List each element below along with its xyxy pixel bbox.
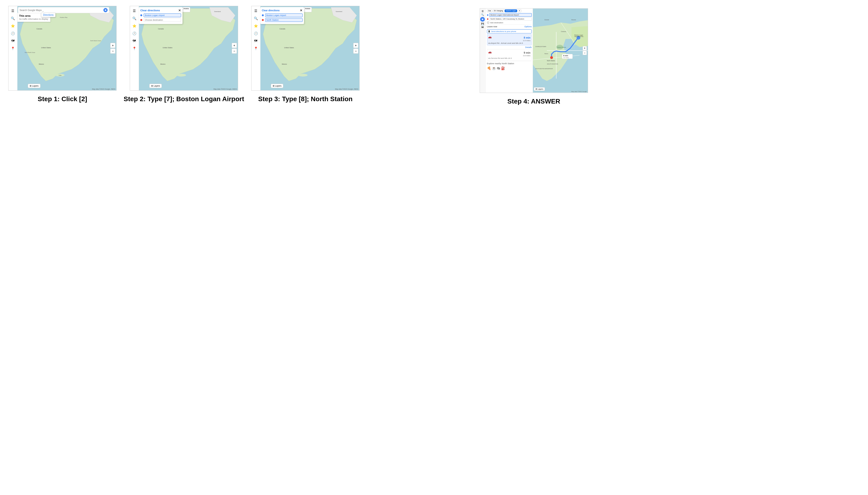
step4-active-icon xyxy=(480,17,485,22)
step1-attribution: Map data ©2023 Google, INEGI xyxy=(92,88,115,90)
route2-dist: 3.8 miles xyxy=(523,55,530,57)
step4-sidebar: ☰ 🔍 💾 🗺 Gas EV charging xyxy=(480,8,533,93)
from-field[interactable] xyxy=(144,13,181,17)
step1-map-panel: ☰ 🔍 ⭐ 🕐 🗺 📍 Canada United St xyxy=(8,6,117,90)
leave-now-btn[interactable]: Leave now xyxy=(487,25,497,28)
step4-from-row: Boston Logan International Airport xyxy=(487,13,532,17)
step1-layers-area: ⊞ Layers xyxy=(28,84,40,88)
step1-search-bar[interactable] xyxy=(18,7,109,13)
add-destination-row[interactable]: + Add destination xyxy=(487,21,532,24)
options-btn[interactable]: Options xyxy=(524,25,532,28)
step2-from-input xyxy=(140,13,181,17)
route1-option[interactable]: 🚗 8 min 3.9 miles via Airport Rd - Arriv… xyxy=(487,34,532,46)
step2-layers-btn[interactable]: ⊞ Layers xyxy=(149,84,162,88)
send-to-phone-btn[interactable]: 📱 Send directions to your phone xyxy=(487,30,532,33)
step2-to-input xyxy=(140,18,181,22)
starred-icon[interactable]: ⭐ xyxy=(10,22,16,29)
svg-point-21 xyxy=(298,74,308,76)
nearby-coffee-icon[interactable]: ☕ xyxy=(492,66,496,70)
empty-column xyxy=(365,5,474,109)
svg-text:International Airp...: International Airp... xyxy=(574,36,584,37)
step3-hotels-btn[interactable]: Hotels xyxy=(304,7,312,12)
step1-search-input[interactable] xyxy=(19,9,102,12)
step4-zoom-out[interactable]: − xyxy=(583,51,587,55)
step2-pin-icon[interactable]: 📍 xyxy=(131,45,137,52)
svg-text:Everett: Everett xyxy=(544,19,549,20)
step3-layers-btn[interactable]: ⊞ Layers xyxy=(271,84,283,88)
step4-column: ☰ 🔍 💾 🗺 Gas EV charging xyxy=(478,7,589,109)
zoom-out-btn[interactable]: − xyxy=(110,49,115,54)
nearby-gas-icon[interactable]: ⛽ xyxy=(501,66,505,70)
step3-label: Step 3: Type [8]; North Station xyxy=(257,92,354,106)
step4-map-controls: + − xyxy=(583,46,587,55)
step2-hotels-btn[interactable]: Hotels xyxy=(182,7,190,12)
send-to-phone-label: Send directions to your phone xyxy=(491,30,516,32)
step4-search-icon[interactable]: 🔍 xyxy=(481,13,484,16)
directions-popup[interactable]: Directions xyxy=(41,13,55,17)
step4-zoom-in[interactable]: + xyxy=(583,46,587,50)
zoom-in-btn[interactable]: + xyxy=(110,43,115,48)
route2-time-area: 9 min 3.8 miles xyxy=(523,50,530,57)
close-directions-icon[interactable]: ✕ xyxy=(178,8,181,12)
step4-submit-btn[interactable]: Submit Logan xyxy=(505,10,517,12)
step2-dir-header: Clear directions ✕ xyxy=(140,8,181,12)
to-field[interactable] xyxy=(144,18,181,22)
step3-clear-btn[interactable]: Clear directions xyxy=(262,9,280,12)
menu-icon[interactable]: ☰ xyxy=(10,7,16,14)
map-icon[interactable]: 🗺 xyxy=(10,38,16,44)
step3-close-icon[interactable]: ✕ xyxy=(300,8,302,12)
step3-search-icon[interactable]: 🔍 xyxy=(252,15,259,22)
step1-directions-btn[interactable] xyxy=(103,8,108,12)
step4-to-dot xyxy=(487,18,488,20)
step3-zoom-in[interactable]: + xyxy=(353,43,358,48)
step4-attribution: Map data ©2023 Google xyxy=(571,91,587,92)
step2-recent-icon[interactable]: 🕐 xyxy=(131,30,137,37)
route2-car-icon: 🚗 xyxy=(488,50,492,54)
details-btn[interactable]: Details xyxy=(525,46,532,49)
step4-gas-btn[interactable]: Gas xyxy=(487,10,492,12)
step2-star-icon[interactable]: ⭐ xyxy=(131,22,137,29)
svg-text:United States: United States xyxy=(163,47,173,49)
step4-ev-btn[interactable]: EV charging xyxy=(493,10,504,12)
svg-text:CHARLESTOWN: CHARLESTOWN xyxy=(535,46,546,47)
step4-icons: ☰ 🔍 💾 🗺 xyxy=(480,8,486,93)
svg-text:United States: United States xyxy=(41,47,51,49)
step3-from-field[interactable] xyxy=(265,13,302,17)
directions-popup-label: Directions xyxy=(43,14,53,16)
location-icon[interactable]: 📍 xyxy=(10,45,16,52)
step2-zoom-out[interactable]: − xyxy=(232,49,237,54)
step3-zoom-out[interactable]: − xyxy=(353,49,358,54)
step3-dir-header: Clear directions ✕ xyxy=(262,8,302,12)
step3-to-field[interactable] xyxy=(265,18,302,22)
step3-star-icon[interactable]: ⭐ xyxy=(252,22,259,29)
step3-map-bg: Canada United States Mexico Greenland Ga… xyxy=(260,6,359,90)
clear-directions-btn[interactable]: Clear directions xyxy=(140,9,160,12)
step4-map2-icon[interactable]: 🗺 xyxy=(481,26,484,29)
route1-time-area: 8 min 3.9 miles xyxy=(523,35,530,41)
step4-layers-btn[interactable]: ⊞ Layers xyxy=(534,87,545,91)
step3-map-icon[interactable]: 🗺 xyxy=(252,38,259,44)
step3-pin-icon[interactable]: 📍 xyxy=(252,45,259,52)
step2-search-icon[interactable]: 🔍 xyxy=(131,15,137,22)
step4-save-icon[interactable]: 💾 xyxy=(481,22,484,25)
step4-close-btn[interactable]: ✕ xyxy=(518,10,521,12)
recent-icon[interactable]: 🕐 xyxy=(10,30,16,37)
step2-map-panel: ☰ 🔍 ⭐ 🕐 🗺 📍 Canada United States Mexico … xyxy=(130,6,238,90)
step3-directions-panel: Clear directions ✕ xyxy=(260,7,304,24)
step1-column: ☰ 🔍 ⭐ 🕐 🗺 📍 Canada United St xyxy=(7,5,118,109)
layers-btn[interactable]: ⊞ Layers xyxy=(28,84,40,88)
svg-text:United States: United States xyxy=(284,47,294,49)
step2-menu-icon[interactable]: ☰ xyxy=(131,7,137,14)
svg-text:3.9 miles: 3.9 miles xyxy=(563,57,569,58)
send-to-phone-icon: 📱 xyxy=(488,30,490,32)
nearby-food-icon[interactable]: 🍕 xyxy=(487,66,491,70)
step2-zoom-in[interactable]: + xyxy=(232,43,237,48)
step3-menu-icon[interactable]: ☰ xyxy=(252,7,259,14)
route2-option[interactable]: 🚗 9 min 3.8 miles via Service Rd and MA-… xyxy=(487,49,532,61)
svg-text:Revere: Revere xyxy=(571,19,576,20)
nearby-shopping-icon[interactable]: 🛍 xyxy=(497,66,500,70)
step3-recent-icon[interactable]: 🕐 xyxy=(252,30,259,37)
step4-menu-icon[interactable]: ☰ xyxy=(481,10,484,13)
search-icon[interactable]: 🔍 xyxy=(10,15,16,22)
step2-map-icon[interactable]: 🗺 xyxy=(131,38,137,44)
